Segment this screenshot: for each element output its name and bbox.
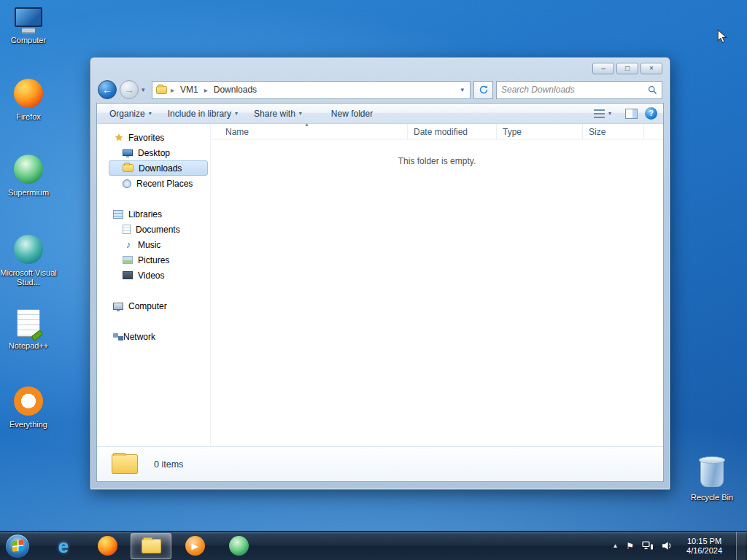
desktop-icon-label: Everything bbox=[0, 420, 57, 429]
history-dropdown-button[interactable]: ▾ bbox=[142, 86, 149, 93]
new-folder-button[interactable]: New folder bbox=[325, 106, 379, 122]
firefox-icon bbox=[14, 79, 43, 108]
desktop-icon-visual-studio[interactable]: Microsoft Visual Stud... bbox=[0, 235, 57, 287]
address-dropdown-button[interactable]: ▾ bbox=[458, 86, 466, 93]
computer-icon bbox=[15, 7, 42, 27]
computer-icon bbox=[113, 303, 123, 310]
clock-time: 10:15 PM bbox=[686, 537, 722, 546]
share-with-label: Share with bbox=[254, 109, 295, 119]
desktop-icon-label: Computer bbox=[0, 36, 57, 45]
sidebar-item-label: Network bbox=[123, 332, 155, 342]
search-input[interactable] bbox=[501, 85, 645, 95]
minimize-icon: – bbox=[601, 64, 605, 72]
desktop-icon-notepadpp[interactable]: Notepad++ bbox=[0, 309, 57, 351]
sidebar-item-downloads[interactable]: Downloads bbox=[109, 160, 208, 176]
firefox-icon bbox=[98, 536, 117, 556]
chevron-down-icon: ▾ bbox=[142, 86, 145, 93]
everything-icon bbox=[14, 386, 43, 416]
desktop-icon-label: Microsoft Visual Stud... bbox=[0, 268, 57, 287]
downloads-folder-icon bbox=[123, 164, 133, 172]
desktop-icon-everything[interactable]: Everything bbox=[0, 386, 57, 429]
pictures-icon bbox=[123, 256, 133, 264]
sidebar-item-documents[interactable]: Documents bbox=[109, 222, 208, 237]
include-in-library-label: Include in library bbox=[168, 109, 231, 119]
sidebar-item-computer[interactable]: Computer bbox=[97, 298, 210, 314]
network-icon bbox=[113, 333, 118, 338]
refresh-button[interactable] bbox=[473, 81, 493, 99]
volume-icon[interactable] bbox=[662, 541, 673, 551]
search-box bbox=[496, 81, 662, 99]
play-icon: ▶ bbox=[191, 541, 198, 551]
column-headers: ▲ Name Date modified Type Size bbox=[211, 124, 663, 140]
preview-pane-button[interactable] bbox=[625, 109, 638, 119]
change-view-button[interactable]: ▾ bbox=[587, 106, 618, 121]
breadcrumb-root[interactable]: VM1 bbox=[178, 83, 201, 96]
sidebar-item-music[interactable]: ♪ Music bbox=[109, 237, 208, 252]
taskbar-button-firefox[interactable] bbox=[87, 533, 128, 559]
start-button[interactable] bbox=[5, 534, 30, 559]
column-label: Size bbox=[589, 127, 605, 137]
column-header-type[interactable]: Type bbox=[497, 124, 583, 139]
column-header-name[interactable]: ▲ Name bbox=[211, 124, 408, 139]
list-view-icon bbox=[594, 109, 605, 118]
title-bar[interactable]: – □ × bbox=[90, 58, 670, 77]
sidebar-item-favorites[interactable]: ★ Favorites bbox=[97, 130, 210, 145]
forward-button[interactable]: → bbox=[120, 80, 139, 99]
taskbar-button-explorer[interactable] bbox=[131, 533, 171, 559]
recent-places-icon bbox=[123, 179, 131, 188]
column-header-size[interactable]: Size bbox=[583, 124, 644, 139]
sidebar-item-label: Videos bbox=[138, 271, 164, 281]
show-hidden-icons-button[interactable]: ▲ bbox=[612, 542, 618, 549]
desktop-icon-label: Notepad++ bbox=[0, 341, 57, 351]
sidebar-item-label: Computer bbox=[128, 301, 167, 311]
desktop-icon-supermium[interactable]: Supermium bbox=[0, 155, 57, 198]
search-icon bbox=[648, 85, 657, 95]
maximize-button[interactable]: □ bbox=[616, 63, 638, 74]
new-folder-label: New folder bbox=[331, 109, 373, 119]
desktop-icon-computer[interactable]: Computer bbox=[0, 7, 57, 45]
organize-button[interactable]: Organize ▾ bbox=[103, 106, 158, 122]
empty-folder-message: This folder is empty. bbox=[211, 156, 663, 166]
column-header-date-modified[interactable]: Date modified bbox=[408, 124, 497, 139]
back-button[interactable]: ← bbox=[98, 80, 117, 99]
supermium-icon bbox=[229, 536, 249, 556]
clock[interactable]: 10:15 PM 4/16/2024 bbox=[681, 537, 728, 556]
supermium-icon bbox=[14, 155, 43, 184]
show-desktop-button[interactable] bbox=[736, 532, 746, 560]
sidebar-item-pictures[interactable]: Pictures bbox=[109, 252, 208, 268]
network-icon[interactable] bbox=[642, 541, 654, 551]
navigation-bar: ← → ▾ ▸ VM1 ▸ Downloads ▾ bbox=[90, 77, 670, 103]
address-bar[interactable]: ▸ VM1 ▸ Downloads ▾ bbox=[152, 81, 471, 99]
share-with-button[interactable]: Share with ▾ bbox=[247, 106, 309, 122]
sidebar-item-libraries[interactable]: Libraries bbox=[97, 206, 210, 222]
sidebar-item-videos[interactable]: Videos bbox=[109, 268, 208, 283]
sidebar-item-label: Pictures bbox=[138, 255, 169, 265]
sidebar-item-recent-places[interactable]: Recent Places bbox=[109, 176, 208, 191]
sidebar-item-label: Recent Places bbox=[136, 179, 193, 189]
taskbar-button-media-player[interactable]: ▶ bbox=[174, 533, 215, 559]
help-button[interactable]: ? bbox=[645, 107, 657, 120]
videos-icon bbox=[123, 271, 133, 279]
taskbar-button-supermium[interactable] bbox=[218, 533, 259, 559]
sidebar-item-network[interactable]: Network bbox=[97, 329, 210, 344]
sidebar-item-label: Favorites bbox=[128, 133, 164, 143]
breadcrumb-current[interactable]: Downloads bbox=[212, 83, 259, 96]
breadcrumb-separator-icon: ▸ bbox=[204, 86, 208, 94]
column-label: Date modified bbox=[414, 127, 468, 137]
taskbar-button-internet-explorer[interactable]: e bbox=[43, 533, 84, 559]
maximize-icon: □ bbox=[625, 64, 630, 72]
action-center-icon[interactable]: ⚑ bbox=[626, 541, 634, 551]
explorer-window: – □ × ← → ▾ ▸ VM1 ▸ Downloads ▾ bbox=[90, 57, 670, 490]
back-arrow-icon: ← bbox=[102, 84, 112, 96]
close-button[interactable]: × bbox=[640, 63, 662, 74]
include-in-library-button[interactable]: Include in library ▾ bbox=[161, 106, 244, 122]
sidebar-item-desktop[interactable]: Desktop bbox=[109, 145, 208, 160]
file-list-area[interactable]: ▲ Name Date modified Type Size This fold… bbox=[211, 124, 663, 446]
desktop-icon bbox=[123, 149, 133, 156]
chevron-down-icon: ▾ bbox=[149, 110, 152, 117]
desktop-icon-recycle-bin[interactable]: Recycle Bin bbox=[684, 459, 740, 502]
desktop-icon-firefox[interactable]: Firefox bbox=[0, 79, 57, 122]
breadcrumb-separator-icon: ▸ bbox=[171, 86, 174, 94]
desktop-icon-label: Firefox bbox=[0, 112, 57, 122]
minimize-button[interactable]: – bbox=[592, 63, 614, 74]
